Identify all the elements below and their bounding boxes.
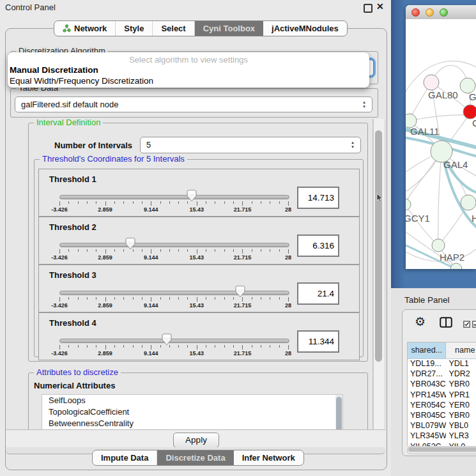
threshold-slider-track[interactable] bbox=[59, 243, 289, 247]
table-cell: YLR345W bbox=[408, 431, 446, 441]
table-cell: YBL0 bbox=[446, 421, 476, 431]
table-cell: YDL19... bbox=[408, 359, 446, 369]
threshold-panel-4: Threshold 4-3.4262.8599.14415.4321.71528… bbox=[38, 312, 360, 360]
attributes-list-scrollbar[interactable] bbox=[335, 395, 342, 430]
threshold-slider-track[interactable] bbox=[59, 195, 289, 199]
tab-cyni-toolbox[interactable]: Cyni Toolbox bbox=[195, 21, 263, 36]
close-panel-icon[interactable]: ✕ bbox=[376, 1, 384, 12]
table-hscrollbar[interactable] bbox=[407, 446, 476, 454]
table-data-selected-value: galFiltered.sif default node bbox=[21, 100, 118, 109]
attribute-list-item[interactable]: BetweennessCentrality bbox=[42, 418, 342, 429]
table-row[interactable]: YDR27...YDR2 bbox=[408, 369, 476, 380]
network-node-label: GAL80 bbox=[428, 89, 458, 100]
network-node-label: GA bbox=[469, 91, 476, 102]
bottom-tabbar: Impute DataDiscretize DataInfer Network bbox=[92, 450, 304, 466]
network-node[interactable] bbox=[461, 195, 476, 210]
table-row[interactable]: YPR145WYPR1 bbox=[408, 390, 476, 401]
table-panel-title: Table Panel bbox=[404, 295, 450, 305]
table-cell: YDL1 bbox=[446, 359, 476, 369]
minimize-window-icon[interactable] bbox=[426, 8, 434, 17]
dropdown-placeholder: Select algorithm to view settings bbox=[8, 55, 369, 65]
network-node-label: GAL11 bbox=[410, 126, 440, 137]
threshold-label: Threshold 3 bbox=[49, 270, 96, 280]
checkbox-icon[interactable] bbox=[463, 319, 470, 330]
number-of-intervals-combobox[interactable]: 5 ▴▾ bbox=[140, 137, 361, 153]
columns-icon[interactable] bbox=[440, 317, 452, 330]
network-window-titlebar[interactable] bbox=[406, 5, 476, 20]
table-row[interactable]: YBR045CYBR0 bbox=[408, 411, 476, 421]
float-panel-icon[interactable] bbox=[364, 4, 372, 13]
stepper-icon[interactable]: ▴▾ bbox=[362, 100, 367, 109]
threshold-value-field[interactable]: 14.713 bbox=[297, 187, 339, 209]
close-window-icon[interactable] bbox=[411, 8, 420, 17]
checkbox-icon[interactable] bbox=[472, 319, 476, 330]
table-row[interactable]: YBR043CYBR0 bbox=[408, 380, 476, 390]
threshold-value-field[interactable]: 6.316 bbox=[297, 234, 339, 257]
interval-definition-title: Interval Definition bbox=[34, 119, 103, 127]
table-hscrollbar-thumb[interactable] bbox=[408, 447, 476, 452]
table-column-header[interactable]: shared... bbox=[408, 342, 446, 358]
slider-tick-labels: -3.4262.8599.14415.4321.71528 bbox=[59, 254, 288, 261]
table-cell: YLR3 bbox=[446, 431, 476, 441]
network-node[interactable] bbox=[432, 239, 445, 252]
tab-style[interactable]: Style bbox=[116, 21, 153, 36]
tab-label: Infer Network bbox=[242, 453, 295, 463]
settings-viewport: Interval Definition Number of Intervals … bbox=[10, 119, 373, 430]
table-row[interactable]: YBL079WYBL0 bbox=[408, 421, 476, 431]
table-column-header[interactable]: name bbox=[446, 342, 476, 358]
tab-label: Discretize Data bbox=[165, 453, 225, 463]
algorithm-dropdown-popup: Select algorithm to view settings Manual… bbox=[8, 52, 369, 88]
table-cell: YBR043C bbox=[408, 380, 446, 390]
threshold-slider-thumb[interactable] bbox=[162, 334, 172, 346]
table-row[interactable]: YLR345WYLR3 bbox=[408, 431, 476, 441]
threshold-slider-thumb[interactable] bbox=[235, 286, 245, 298]
network-icon bbox=[63, 24, 71, 33]
tab-discretize-data[interactable]: Discretize Data bbox=[157, 450, 233, 465]
apply-button[interactable]: Apply bbox=[173, 433, 219, 448]
slider-tick-labels: -3.4262.8599.14415.4321.71528 bbox=[59, 350, 288, 357]
gear-icon[interactable]: ⚙ bbox=[415, 316, 426, 328]
threshold-slider-track[interactable] bbox=[59, 339, 289, 343]
threshold-value-field[interactable]: 21.4 bbox=[297, 282, 339, 305]
network-node[interactable] bbox=[424, 75, 439, 90]
table-panel-box: ⚙ shared...name YDL19...YDL1YDR27...YDR2… bbox=[402, 309, 476, 456]
attribute-list-item[interactable]: SelfLoops bbox=[42, 395, 342, 406]
zoom-window-icon[interactable] bbox=[440, 8, 448, 17]
node-table[interactable]: shared...name YDL19...YDL1YDR27...YDR2YB… bbox=[407, 342, 476, 446]
network-window: GAL80GACGAL11GAL4GCY1HHAP2 bbox=[406, 5, 476, 269]
settings-scrollbar[interactable] bbox=[373, 119, 385, 430]
network-node[interactable] bbox=[463, 105, 476, 119]
settings-scrollbar-thumb[interactable] bbox=[375, 130, 382, 362]
thresholds-group-title: Threshold's Coordinates for 5 Intervals bbox=[40, 154, 187, 164]
table-cell: YBR0 bbox=[446, 380, 476, 390]
threshold-slider-thumb[interactable] bbox=[125, 238, 135, 250]
numerical-attributes-list[interactable]: SelfLoopsTopologicalCoefficientBetweenne… bbox=[42, 394, 343, 430]
table-row[interactable]: YER054CYER0 bbox=[408, 401, 476, 411]
threshold-label: Threshold 4 bbox=[49, 318, 96, 328]
table-cell: YBR045C bbox=[408, 411, 446, 421]
stepper-icon[interactable]: ▴▾ bbox=[350, 140, 355, 149]
network-node[interactable] bbox=[406, 199, 411, 210]
table-data-combobox[interactable]: galFiltered.sif default node ▴▾ bbox=[15, 96, 372, 112]
threshold-slider-track[interactable] bbox=[59, 291, 289, 295]
threshold-value-field[interactable]: 11.344 bbox=[297, 330, 339, 353]
table-cell: YBR0 bbox=[446, 411, 476, 421]
tab-label: Cyni Toolbox bbox=[203, 24, 255, 33]
tab-infer-network[interactable]: Infer Network bbox=[234, 450, 303, 465]
table-cell: YPR145W bbox=[408, 390, 446, 401]
network-canvas[interactable]: GAL80GACGAL11GAL4GCY1HHAP2 bbox=[406, 19, 476, 269]
slider-tick-labels: -3.4262.8599.14415.4321.71528 bbox=[59, 302, 288, 309]
table-row[interactable]: YDL19...YDL1 bbox=[408, 359, 476, 369]
tab-network[interactable]: Network bbox=[54, 21, 116, 36]
dropdown-option-equal-width[interactable]: Equal Width/Frequency Discretization bbox=[10, 76, 153, 86]
table-cell: YER0 bbox=[446, 401, 476, 411]
tab-select[interactable]: Select bbox=[153, 21, 194, 36]
tab-jactivemnodules[interactable]: jActiveMNodules bbox=[263, 21, 347, 36]
attribute-list-item[interactable]: TopologicalCoefficient bbox=[42, 406, 342, 418]
threshold-panel-2: Threshold 2-3.4262.8599.14415.4321.71528… bbox=[38, 217, 360, 265]
dropdown-option-manual[interactable]: Manual Discretization bbox=[10, 65, 98, 75]
tab-impute-data[interactable]: Impute Data bbox=[93, 450, 157, 465]
threshold-slider-thumb[interactable] bbox=[187, 190, 197, 202]
attributes-scrollbar-thumb[interactable] bbox=[336, 397, 342, 430]
network-edge bbox=[438, 151, 441, 245]
